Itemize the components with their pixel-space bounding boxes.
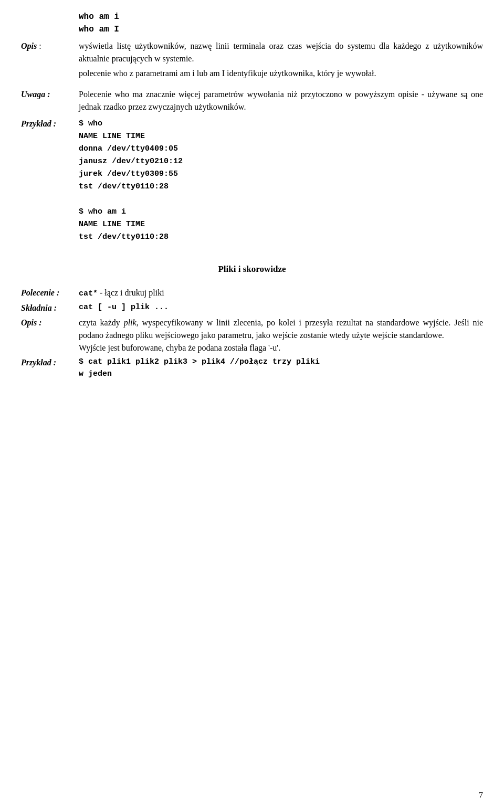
skladnia-value: cat [ -u ] plik ... <box>79 302 483 314</box>
polecenie-cat-label: Polecenie : <box>21 287 79 299</box>
section-divider: Pliki i skorowidze <box>21 262 483 276</box>
opis-text: wyświetla listę użytkowników, nazwę lini… <box>79 40 483 65</box>
opis-cat-row: Opis : czyta każdy plik, wyspecyfikowany… <box>21 317 483 354</box>
title-line-1: who am i <box>79 10 483 23</box>
uwaga-section: Uwaga : Polecenie who ma znacznie więcej… <box>21 88 483 113</box>
uwaga-row: Uwaga : Polecenie who ma znacznie więcej… <box>21 88 483 113</box>
uwaga-label: Uwaga : <box>21 88 79 101</box>
cat-code-line2: w jeden <box>79 368 483 381</box>
code-line-6: tst /dev/tty0110:28 <box>79 181 183 193</box>
opis-row: Opis : wyświetla listę użytkowników, naz… <box>21 40 483 65</box>
przyklad-cat-label: Przykład : <box>21 356 79 369</box>
polecenie-cat-value: cat* - łącz i drukuj pliki <box>79 287 483 300</box>
przyklad-cat-code: $ cat plik1 plik2 plik3 > plik4 //połącz… <box>79 356 483 380</box>
code-line-4: janusz /dev/tty0210:12 <box>79 155 183 168</box>
opis-text2: polecenie who z parametrami am i lub am … <box>79 67 483 80</box>
opis-section: Opis : wyświetla listę użytkowników, naz… <box>21 40 483 80</box>
code-line-blank <box>79 193 183 206</box>
opis-cat-text: czyta każdy plik, wyspecyfikowany w lini… <box>79 317 483 354</box>
polecenie-cat-section: Polecenie : cat* - łącz i drukuj pliki S… <box>21 287 483 381</box>
title-block: who am i who am I <box>21 10 483 36</box>
uwaga-text: Polecenie who ma znacznie więcej paramet… <box>79 88 483 113</box>
code-line-8: NAME LINE TIME <box>79 218 183 231</box>
przyklad1-label: Przykład : <box>21 118 79 130</box>
skladnia-label: Składnia : <box>21 302 79 314</box>
cat-code-line1: $ cat plik1 plik2 plik3 > plik4 //połącz… <box>79 356 483 368</box>
polecenie-cat-row: Polecenie : cat* - łącz i drukuj pliki <box>21 287 483 300</box>
przyklad1-code: $ who NAME LINE TIME donna /dev/tty0409:… <box>79 118 183 244</box>
title-line-2: who am I <box>79 23 483 36</box>
code-line-2: NAME LINE TIME <box>79 130 183 143</box>
code-line-1: $ who <box>79 118 183 130</box>
przyklad-cat-row: Przykład : $ cat plik1 plik2 plik3 > pli… <box>21 356 483 380</box>
code-line-3: donna /dev/tty0409:05 <box>79 143 183 155</box>
code-line-5: jurek /dev/tty0309:55 <box>79 168 183 181</box>
code-line-9: tst /dev/tty0110:28 <box>79 231 183 244</box>
opis-cat-label: Opis : <box>21 317 79 329</box>
opis-row2: polecenie who z parametrami am i lub am … <box>21 67 483 80</box>
opis-label: Opis : <box>21 40 79 65</box>
przyklad1-row: Przykład : $ who NAME LINE TIME donna /d… <box>21 118 483 250</box>
page-number: 7 <box>479 789 483 802</box>
page-content: who am i who am I Opis : wyświetla listę… <box>21 10 483 380</box>
skladnia-row: Składnia : cat [ -u ] plik ... <box>21 302 483 314</box>
code-line-7: $ who am i <box>79 206 183 218</box>
przyklad1-section: Przykład : $ who NAME LINE TIME donna /d… <box>21 118 483 250</box>
